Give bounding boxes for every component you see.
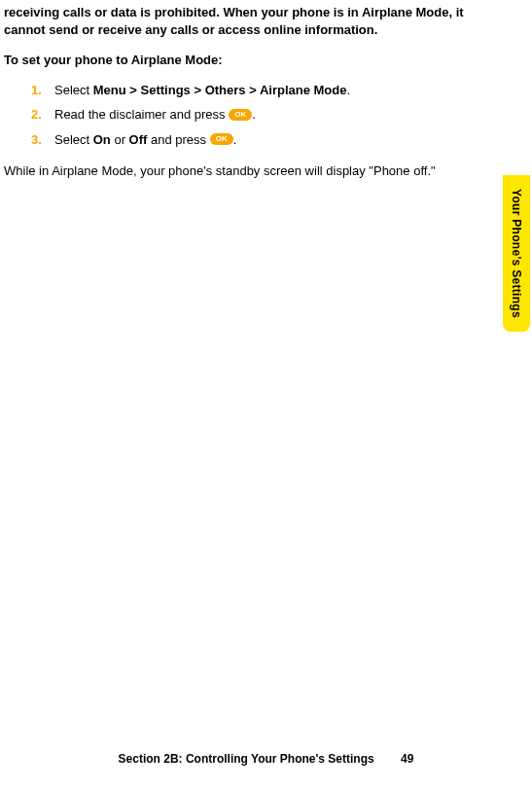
page-footer: Section 2B: Controlling Your Phone's Set… [0,751,532,767]
settings-label: Settings [141,83,191,97]
side-tab: Your Phone's Settings [503,175,530,332]
step-text: Read the disclaimer and press [54,107,229,122]
step-number: 3. [31,130,42,150]
closing-paragraph: While in Airplane Mode, your phone's sta… [4,162,483,180]
ok-icon: OK [210,133,233,145]
step-period: . [233,132,237,147]
on-label: On [93,132,111,147]
ok-icon: OK [229,109,252,121]
step-1: 1. Select Menu > Settings > Others > Air… [31,81,483,100]
instruction-heading: To set your phone to Airplane Mode: [4,52,483,69]
off-label: Off [129,132,148,147]
step-period: . [252,107,256,122]
step-number: 2. [31,105,42,125]
intro-paragraph: receiving calls or data is prohibited. W… [4,4,483,38]
menu-label: Menu [93,83,126,97]
page-content: receiving calls or data is prohibited. W… [0,0,532,180]
step-3: 3. Select On or Off and press OK. [31,130,483,150]
step-2: 2. Read the disclaimer and press OK. [31,105,483,125]
separator: > [191,83,205,97]
step-list: 1. Select Menu > Settings > Others > Air… [4,81,483,150]
airplane-mode-label: Airplane Mode [260,83,347,97]
press-text: and press [147,132,209,147]
separator: > [246,83,260,97]
step-period: . [346,83,350,97]
separator: > [126,83,141,97]
step-text: Select [54,83,93,97]
or-text: or [111,132,129,147]
step-text: Select [54,132,93,147]
step-number: 1. [31,81,42,100]
footer-section: Section 2B: Controlling Your Phone's Set… [119,752,374,766]
page-number: 49 [401,752,413,766]
others-label: Others [205,83,246,97]
